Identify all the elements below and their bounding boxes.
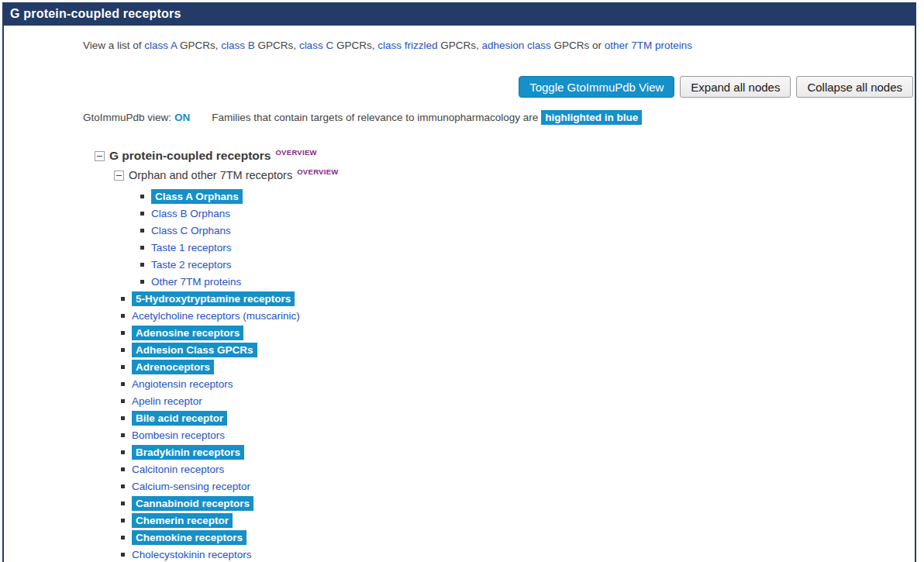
tree-item: Class B Orphans — [140, 205, 339, 222]
bullet-icon — [121, 484, 125, 488]
bullet-icon — [121, 348, 125, 352]
toggle-gtoimmupdb-button[interactable]: Toggle GtoImmuPdb View — [519, 76, 674, 98]
expand-all-nodes-button[interactable]: Expand all nodes — [680, 76, 791, 98]
bullet-icon — [121, 297, 125, 301]
bullet-icon — [121, 382, 125, 386]
tree-orphan-branch-row: Orphan and other 7TM receptors OVERVIEW — [114, 166, 339, 184]
tree-link-highlighted[interactable]: Chemerin receptor — [132, 513, 233, 528]
tree-link[interactable]: Class C Orphans — [151, 225, 231, 236]
tree-link-highlighted[interactable]: Adhesion Class GPCRs — [132, 343, 257, 357]
tree-link[interactable]: Acetylcholine receptors (muscarinic) — [132, 310, 300, 322]
tree-link-highlighted[interactable]: Bile acid receptor — [132, 411, 227, 426]
bullet-icon — [121, 553, 125, 557]
tree-link[interactable]: Bombesin receptors — [132, 429, 225, 441]
bullet-icon — [140, 229, 144, 233]
immuno-description: Families that contain targets of relevan… — [212, 112, 538, 123]
tree-item: Angiotensin receptors — [121, 375, 339, 392]
tree-link[interactable]: Apelin receptor — [132, 395, 202, 407]
tree-item: Adrenoceptors — [121, 358, 339, 375]
intro-link[interactable]: class B — [221, 40, 255, 51]
intro-link[interactable]: class A — [144, 40, 177, 51]
tree-item: Bradykinin receptors — [121, 443, 339, 460]
toolbar: Toggle GtoImmuPdb View Expand all nodes … — [519, 76, 913, 98]
tree-item: 5-Hydroxytryptamine receptors — [121, 290, 339, 307]
bullet-icon — [121, 331, 125, 335]
intro-link[interactable]: class frizzled — [378, 40, 437, 51]
bullet-icon — [121, 519, 125, 522]
tree-link-highlighted[interactable]: Chemokine receptors — [132, 530, 247, 545]
overview-badge[interactable]: OVERVIEW — [297, 167, 338, 176]
intro-link[interactable]: class C — [299, 40, 333, 51]
tree-item: Class C Orphans — [140, 222, 339, 239]
immuno-view-label: GtoImmuPdb view: — [83, 112, 171, 123]
tree-item: Class A Orphans — [140, 188, 339, 205]
bullet-icon — [121, 314, 125, 318]
immuno-status-line: GtoImmuPdb view:ONFamilies that contain … — [83, 112, 642, 123]
receptor-tree: G protein-coupled receptors OVERVIEW Orp… — [95, 146, 339, 562]
bullet-icon — [140, 263, 144, 267]
tree-link[interactable]: Cholecystokinin receptors — [132, 549, 252, 560]
bullet-icon — [121, 450, 125, 454]
bullet-icon — [121, 536, 125, 540]
tree-link-highlighted[interactable]: Cannabinoid receptors — [132, 496, 253, 511]
tree-link[interactable]: Class B Orphans — [151, 208, 230, 219]
tree-item: Adhesion Class GPCRs — [121, 341, 339, 358]
collapse-icon[interactable] — [95, 151, 105, 161]
tree-item: Cholecystokinin receptors — [121, 546, 339, 562]
bullet-icon — [140, 195, 144, 198]
intro-links: class A GPCRs, class B GPCRs, class C GP… — [144, 40, 692, 51]
tree-item: Taste 2 receptors — [140, 256, 339, 273]
tree-link[interactable]: Calcium-sensing receptor — [132, 481, 250, 492]
collapse-all-nodes-button[interactable]: Collapse all nodes — [796, 76, 913, 98]
highlighted-in-blue-chip: highlighted in blue — [541, 110, 642, 125]
tree-item: Calcium-sensing receptor — [121, 478, 339, 495]
tree-item: Calcitonin receptors — [121, 460, 339, 478]
tree-root-label: G protein-coupled receptors — [109, 149, 271, 163]
tree-item: Apelin receptor — [121, 392, 339, 409]
bullet-icon — [121, 365, 125, 369]
tree-link[interactable]: Other 7TM proteins — [151, 276, 241, 288]
tree-link[interactable]: Calcitonin receptors — [132, 464, 224, 475]
tree-link[interactable]: Taste 1 receptors — [151, 242, 232, 253]
tree-item: Bombesin receptors — [121, 426, 339, 443]
tree-item: Acetylcholine receptors (muscarinic) — [121, 307, 339, 324]
bullet-icon — [140, 280, 144, 284]
orphan-children-list: Class A OrphansClass B OrphansClass C Or… — [140, 188, 339, 290]
tree-item: Taste 1 receptors — [140, 239, 339, 256]
intro-link[interactable]: other 7TM proteins — [605, 40, 692, 51]
bullet-icon — [121, 502, 125, 505]
bullet-icon — [121, 399, 125, 403]
bullet-icon — [121, 467, 125, 471]
tree-link-highlighted[interactable]: Class A Orphans — [151, 189, 243, 204]
tree-item: Cannabinoid receptors — [121, 495, 339, 512]
tree-link-highlighted[interactable]: 5-Hydroxytryptamine receptors — [132, 291, 295, 306]
bullet-icon — [140, 212, 144, 215]
tree-link[interactable]: Angiotensin receptors — [132, 378, 233, 390]
collapse-icon[interactable] — [114, 171, 124, 181]
immuno-view-state: ON — [174, 112, 190, 123]
tree-item: Chemokine receptors — [121, 529, 339, 546]
tree-item: Bile acid receptor — [121, 409, 339, 426]
intro-line: View a list of class A GPCRs, class B GP… — [83, 40, 692, 51]
tree-root-row: G protein-coupled receptors OVERVIEW — [95, 146, 339, 166]
intro-prefix: View a list of — [83, 40, 144, 51]
tree-link-highlighted[interactable]: Bradykinin receptors — [132, 445, 244, 460]
tree-link-highlighted[interactable]: Adenosine receptors — [132, 326, 243, 340]
tree-item: Adenosine receptors — [121, 324, 339, 341]
intro-link[interactable]: adhesion class — [481, 40, 550, 51]
tree-item: Chemerin receptor — [121, 512, 339, 529]
families-list: 5-Hydroxytryptamine receptorsAcetylcholi… — [121, 290, 339, 562]
bullet-icon — [140, 246, 144, 250]
bullet-icon — [121, 416, 125, 420]
tree-link-highlighted[interactable]: Adrenoceptors — [132, 360, 214, 374]
page-title: G protein-coupled receptors — [2, 2, 916, 26]
overview-badge[interactable]: OVERVIEW — [275, 148, 316, 157]
tree-item: Other 7TM proteins — [140, 273, 339, 290]
tree-orphan-branch-label: Orphan and other 7TM receptors — [129, 169, 292, 181]
bullet-icon — [121, 433, 125, 437]
tree-link[interactable]: Taste 2 receptors — [151, 259, 232, 271]
